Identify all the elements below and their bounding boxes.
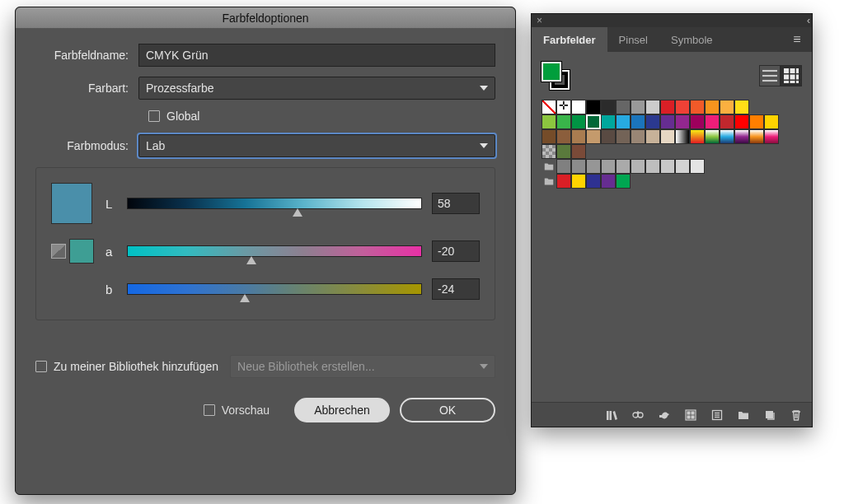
swatch[interactable] — [764, 129, 779, 144]
swatch[interactable] — [645, 100, 660, 114]
slider-thumb-icon[interactable] — [293, 208, 302, 217]
new-swatch-icon[interactable] — [762, 408, 777, 422]
swatch[interactable] — [542, 100, 556, 114]
swatch-name-input[interactable] — [138, 44, 495, 67]
library-select[interactable]: Neue Bibliothek erstellen... — [230, 355, 495, 378]
edit-swatch-icon[interactable] — [710, 408, 724, 422]
swatch[interactable] — [690, 159, 705, 174]
swatch[interactable] — [631, 114, 645, 129]
swatch[interactable] — [571, 114, 586, 129]
color-type-select[interactable]: Prozessfarbe — [138, 77, 495, 100]
global-checkbox[interactable] — [148, 110, 160, 122]
swatch[interactable] — [705, 114, 720, 129]
swatch[interactable] — [571, 144, 586, 159]
swatch[interactable] — [616, 114, 631, 129]
cancel-button[interactable]: Abbrechen — [294, 398, 390, 422]
swatch[interactable] — [542, 114, 556, 129]
swatch[interactable] — [675, 100, 690, 114]
swatch[interactable] — [749, 114, 764, 129]
swatch[interactable] — [601, 100, 616, 114]
swatch[interactable] — [675, 129, 690, 144]
slider-thumb-icon[interactable] — [246, 256, 256, 264]
swatch[interactable] — [556, 114, 571, 129]
swatch[interactable] — [556, 159, 571, 174]
slider-l-value[interactable]: 58 — [432, 193, 480, 214]
swatch[interactable] — [690, 114, 705, 129]
swatch[interactable] — [720, 114, 734, 129]
slider-thumb-icon[interactable] — [240, 294, 250, 302]
swatch[interactable] — [571, 129, 586, 144]
swatch[interactable] — [571, 159, 586, 174]
preview-checkbox[interactable] — [204, 404, 215, 416]
swatch[interactable] — [675, 159, 690, 174]
swatch[interactable] — [734, 129, 749, 144]
swatch[interactable] — [734, 114, 749, 129]
delete-swatch-icon[interactable] — [789, 408, 804, 422]
swatch[interactable] — [586, 114, 601, 129]
swatch[interactable] — [616, 129, 631, 144]
fill-swatch[interactable] — [542, 62, 561, 82]
swatch[interactable] — [675, 114, 690, 129]
swatch[interactable] — [586, 174, 601, 189]
swatch[interactable] — [556, 174, 571, 189]
swatch[interactable] — [586, 129, 601, 144]
swatch-libraries-icon[interactable] — [604, 408, 619, 422]
close-icon[interactable]: × — [537, 15, 542, 26]
new-folder-icon[interactable] — [736, 408, 751, 422]
swatch[interactable] — [720, 100, 734, 114]
folder-icon[interactable] — [542, 174, 556, 189]
swatch[interactable] — [631, 159, 645, 174]
slider-l-track[interactable] — [127, 198, 422, 209]
swatch[interactable] — [586, 159, 601, 174]
new-color-group-icon[interactable] — [683, 408, 698, 422]
slider-b-value[interactable]: -24 — [432, 278, 480, 300]
swatch[interactable] — [631, 100, 645, 114]
swatch[interactable] — [720, 129, 734, 144]
slider-a-track[interactable] — [127, 245, 422, 257]
folder-icon[interactable] — [542, 159, 556, 174]
swatch[interactable] — [616, 159, 631, 174]
swatch[interactable] — [705, 129, 720, 144]
tab-pinsel[interactable]: Pinsel — [607, 27, 659, 52]
swatch[interactable] — [601, 129, 616, 144]
swatch[interactable] — [645, 159, 660, 174]
swatch[interactable] — [631, 129, 645, 144]
swatch[interactable] — [556, 129, 571, 144]
swatch-options-icon[interactable] — [657, 408, 672, 422]
grid-view-button[interactable] — [781, 65, 802, 86]
tab-symbole[interactable]: Symbole — [659, 27, 724, 52]
list-view-button[interactable] — [759, 65, 781, 86]
slider-b-track[interactable] — [127, 283, 422, 295]
swatch-kinds-icon[interactable] — [631, 408, 645, 422]
swatch[interactable] — [705, 100, 720, 114]
tab-farbfelder[interactable]: Farbfelder — [532, 27, 607, 52]
swatch[interactable] — [690, 100, 705, 114]
swatch[interactable] — [601, 174, 616, 189]
swatch[interactable] — [645, 129, 660, 144]
swatch[interactable] — [542, 129, 556, 144]
swatch[interactable] — [542, 144, 556, 159]
swatch[interactable] — [571, 100, 586, 114]
add-library-checkbox[interactable] — [35, 361, 47, 372]
swatch[interactable] — [660, 100, 675, 114]
ok-button[interactable]: OK — [400, 398, 495, 422]
slider-a-value[interactable]: -20 — [432, 240, 480, 262]
swatch[interactable] — [749, 129, 764, 144]
swatch[interactable] — [601, 114, 616, 129]
panel-menu-icon[interactable]: ≡ — [789, 32, 805, 47]
swatch[interactable] — [616, 174, 631, 189]
swatch[interactable] — [616, 100, 631, 114]
swatch[interactable] — [586, 100, 601, 114]
swatch[interactable] — [764, 114, 779, 129]
swatch[interactable] — [571, 174, 586, 189]
swatch[interactable] — [556, 100, 571, 114]
swatch[interactable] — [734, 100, 749, 114]
color-mode-select[interactable]: Lab — [138, 134, 495, 157]
fill-stroke-indicator[interactable] — [542, 62, 570, 90]
swatch[interactable] — [660, 114, 675, 129]
swatch[interactable] — [690, 129, 705, 144]
swatch[interactable] — [660, 129, 675, 144]
swatch[interactable] — [556, 144, 571, 159]
swatch[interactable] — [645, 114, 660, 129]
swatch[interactable] — [660, 159, 675, 174]
